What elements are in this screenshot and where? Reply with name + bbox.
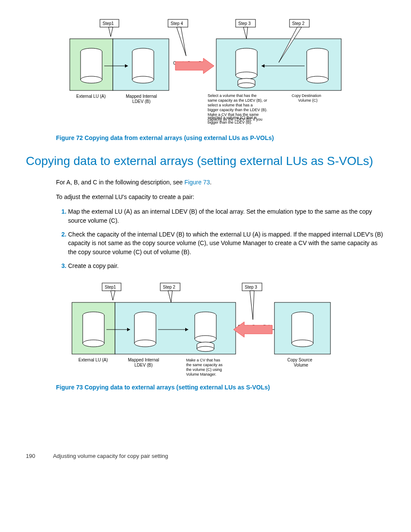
figure-72: Create Copy Pair Step1 Step 4 Step 3 Ste…	[26, 15, 385, 123]
external-lu-73: External LU (A)	[78, 358, 108, 362]
svg-point-62	[195, 336, 216, 342]
svg-marker-80	[250, 291, 254, 320]
svg-rect-11	[132, 52, 154, 80]
mapped-ldev-label: Mapped Internal	[126, 94, 157, 99]
copy-src-l2: Volume	[294, 363, 308, 367]
svg-rect-28	[307, 52, 328, 80]
make-cv-l2: the same capacity as	[186, 363, 223, 367]
figure-73-caption: Figure 73 Copying data to external array…	[56, 383, 385, 392]
step-1: Map the external LU (A) as an internal L…	[68, 207, 385, 225]
mapped-ldev-73: Mapped Internal	[128, 358, 159, 362]
step4-label: Step 4	[171, 21, 183, 26]
select-vol-l1: Select a volume that has the	[208, 93, 257, 98]
intro-text: For A, B, and C in the following descrip…	[56, 179, 184, 186]
copy-dest-l1: Copy Destination	[292, 93, 321, 98]
step-2: Check the capacity of the internal LDEV …	[68, 230, 385, 256]
figure-73-link[interactable]: Figure 73	[184, 179, 210, 186]
figure-73: Create Copy Pair Step1 Step 2 Step 3 Ext…	[26, 279, 385, 378]
svg-marker-76	[111, 291, 115, 300]
select-vol-l3: select a volume that has a	[208, 103, 253, 107]
footer-title: Adjusting volume capacity for copy pair …	[53, 453, 168, 459]
svg-point-31	[307, 76, 328, 83]
svg-point-73	[292, 340, 313, 347]
step2-label: Step 2	[292, 21, 305, 26]
svg-point-7	[81, 76, 102, 83]
svg-point-55	[134, 340, 156, 347]
copy-src-l1: Copy Source	[287, 358, 312, 362]
step2-73: Step 2	[163, 285, 175, 289]
section-title: Copying data to external arrays (setting…	[26, 152, 385, 170]
external-lu-label: External LU (A)	[76, 94, 106, 99]
step1-label: Step1	[103, 21, 114, 26]
svg-marker-36	[177, 27, 186, 56]
page-footer: 190 Adjusting volume capacity for copy p…	[26, 452, 385, 460]
select-vol-l7: selected a volume (C) that is	[208, 115, 257, 120]
svg-marker-34	[109, 27, 113, 37]
make-cv-l3: the volume (C) using	[186, 367, 222, 372]
make-cv-l1: Make a CV that has	[186, 358, 221, 362]
svg-rect-52	[134, 315, 156, 343]
svg-rect-42	[115, 302, 236, 354]
adjust-paragraph: To adjust the external LU's capacity to …	[56, 193, 385, 201]
copy-dest-l2: Volume (C)	[298, 98, 318, 103]
svg-point-48	[83, 340, 104, 347]
step3-73: Step 3	[245, 285, 257, 289]
select-vol-l8: bigger than the LDEV (B).	[208, 120, 252, 124]
svg-marker-78	[168, 291, 172, 302]
step-3: Create a copy pair.	[68, 261, 385, 270]
make-cv-l4: Volume Manager.	[186, 372, 216, 376]
svg-point-67	[197, 346, 214, 352]
page-number: 190	[26, 452, 52, 460]
svg-point-24	[238, 83, 255, 88]
select-vol-l2: same capacity as the LDEV (B), or	[208, 98, 267, 103]
step3-label: Step 3	[238, 21, 251, 26]
svg-rect-45	[83, 315, 104, 343]
mapped-ldev2-73: LDEV (B)	[134, 363, 153, 367]
select-vol-l4: bigger capacity than the LDEV (B).	[208, 108, 268, 112]
svg-point-19	[236, 72, 257, 79]
steps-list: Map the external LU (A) as an internal L…	[56, 207, 385, 270]
intro-end: .	[210, 179, 212, 186]
svg-rect-70	[292, 315, 313, 343]
figure-72-caption: Figure 72 Copying data from external arr…	[56, 134, 385, 142]
svg-marker-38	[243, 27, 248, 39]
mapped-ldev-label2: LDEV (B)	[132, 99, 150, 104]
intro-paragraph: For A, B, and C in the following descrip…	[56, 178, 385, 187]
svg-rect-4	[81, 52, 102, 80]
step1-73: Step1	[105, 285, 116, 289]
svg-point-14	[132, 76, 154, 83]
